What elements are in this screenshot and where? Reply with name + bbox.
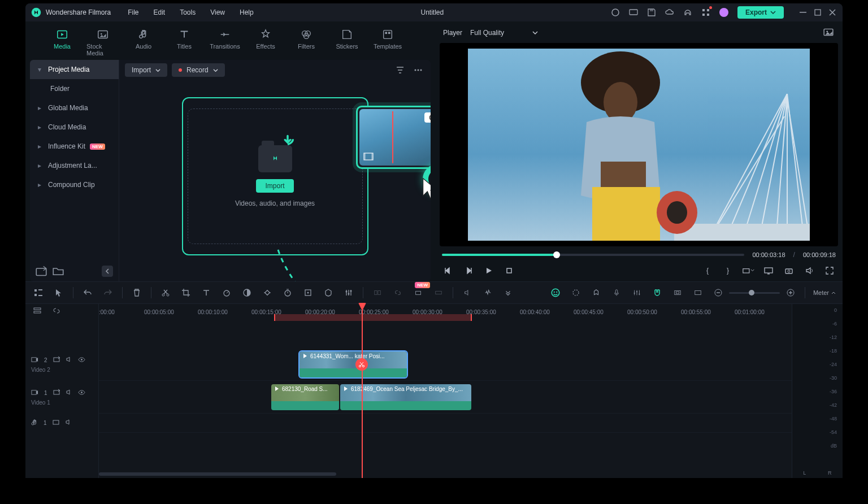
effects-wheel-button[interactable] (570, 286, 582, 299)
screen-icon[interactable] (629, 8, 638, 17)
timeline-scrollbar[interactable] (99, 472, 792, 477)
import-dropdown[interactable]: Import (125, 63, 167, 77)
split-button[interactable] (159, 286, 172, 299)
import-button[interactable]: Import (256, 179, 293, 193)
apps-icon[interactable] (701, 8, 710, 17)
scrub-track[interactable] (442, 254, 744, 256)
tab-stickers[interactable]: Stickers (331, 28, 363, 57)
marker-button[interactable] (590, 286, 602, 299)
maximize-icon[interactable] (813, 8, 822, 17)
save-icon[interactable] (647, 8, 656, 17)
sidebar-item-folder[interactable]: Folder (30, 79, 119, 98)
menu-edit[interactable]: Edit (154, 8, 166, 16)
text-button[interactable] (200, 286, 212, 299)
ai-face-button[interactable] (549, 286, 562, 299)
new-folder-icon[interactable] (53, 266, 64, 277)
tracking-button[interactable] (302, 286, 314, 299)
playhead[interactable] (362, 304, 363, 478)
link-toggle-icon[interactable] (53, 307, 62, 316)
track-insert-icon[interactable] (53, 389, 60, 397)
filter-icon[interactable] (393, 63, 407, 77)
tab-titles[interactable]: Titles (168, 28, 201, 57)
quality-selector[interactable]: Full Quality (470, 29, 538, 37)
render-button[interactable] (432, 286, 445, 299)
sidebar-item-influence-kit[interactable]: ▸Influence KitNEW (30, 137, 119, 156)
voiceover-button[interactable] (610, 286, 623, 299)
in-out-region[interactable] (274, 314, 472, 321)
track-insert-icon[interactable] (53, 356, 60, 364)
clip-video2-a[interactable]: 6144331_Wom... kater Posi... (300, 351, 407, 377)
track-mute-icon[interactable] (66, 389, 72, 397)
image-icon[interactable] (823, 27, 835, 38)
snapshot-button[interactable] (783, 264, 795, 277)
keyframe-button[interactable] (261, 286, 274, 299)
tab-audio[interactable]: Audio (127, 28, 160, 57)
crop-button[interactable] (180, 286, 192, 299)
track-mute-icon[interactable] (66, 356, 72, 364)
audio-detach-button[interactable] (461, 286, 474, 299)
imported-clip-thumbnail[interactable]: 00:00:09 (356, 106, 431, 169)
speed-button[interactable] (220, 286, 233, 299)
cloud-icon[interactable] (665, 8, 674, 17)
track-options-icon[interactable] (33, 307, 42, 316)
play-button[interactable] (483, 264, 495, 277)
record-status-icon[interactable] (611, 8, 620, 17)
track-visible-icon[interactable] (78, 356, 85, 365)
track-visible-icon[interactable] (78, 389, 85, 398)
mixer-button[interactable] (631, 286, 643, 299)
volume-button[interactable] (803, 264, 815, 277)
display-button[interactable] (762, 264, 775, 277)
tab-effects[interactable]: Effects (249, 28, 282, 57)
menu-view[interactable]: View (210, 8, 225, 16)
more-icon[interactable] (411, 63, 425, 77)
export-button[interactable]: Export (737, 6, 784, 19)
sidebar-item-project-media[interactable]: ▾Project Media (30, 60, 119, 79)
preview-viewer[interactable] (440, 43, 838, 246)
mark-out-button[interactable]: } (722, 264, 734, 277)
sidebar-item-cloud-media[interactable]: ▸Cloud Media (30, 118, 119, 137)
track-insert-icon[interactable] (53, 419, 59, 427)
tab-templates[interactable]: Templates (371, 28, 404, 57)
mark-in-button[interactable]: { (701, 264, 714, 277)
tab-transitions[interactable]: Transitions (209, 28, 241, 57)
zoom-slider[interactable] (729, 292, 780, 294)
menu-tools[interactable]: Tools (180, 8, 196, 16)
menu-file[interactable]: File (128, 8, 138, 16)
new-bin-icon[interactable] (36, 266, 47, 277)
sidebar-item-adjustment-layer[interactable]: ▸Adjustment La... (30, 156, 119, 175)
meter-toggle[interactable]: Meter (813, 289, 836, 296)
minimize-icon[interactable] (798, 8, 808, 17)
collapse-sidebar-button[interactable] (102, 266, 113, 277)
magnetic-button[interactable] (651, 286, 663, 299)
adjust-button[interactable] (342, 286, 355, 299)
marker-add-button[interactable]: NEW (412, 286, 424, 299)
more-tools-button[interactable] (502, 286, 514, 299)
redo-button[interactable] (102, 286, 114, 299)
sidebar-item-compound-clip[interactable]: ▸Compound Clip (30, 175, 119, 194)
mask-button[interactable] (322, 286, 335, 299)
clip-video1-a[interactable]: 682130_Road S... (271, 384, 339, 410)
headset-icon[interactable] (683, 8, 692, 17)
delete-button[interactable] (131, 286, 143, 299)
audio-sync-button[interactable] (481, 286, 494, 299)
avatar[interactable] (719, 8, 728, 17)
zoom-out-button[interactable] (712, 286, 724, 299)
tab-stock-media[interactable]: Stock Media (86, 28, 119, 57)
menu-help[interactable]: Help (240, 8, 254, 16)
toggle-track-button[interactable] (32, 286, 45, 299)
step-back-button[interactable] (442, 264, 454, 277)
tab-filters[interactable]: Filters (290, 28, 323, 57)
step-forward-button[interactable] (462, 264, 475, 277)
link-button[interactable] (392, 286, 404, 299)
record-dropdown[interactable]: Record (172, 63, 225, 77)
stop-button[interactable] (503, 264, 515, 277)
track-mute-icon[interactable] (65, 419, 72, 427)
snap-button[interactable] (671, 286, 684, 299)
color-button[interactable] (241, 286, 253, 299)
undo-button[interactable] (81, 286, 94, 299)
zoom-in-button[interactable] (784, 286, 797, 299)
aspect-button[interactable] (742, 264, 754, 277)
media-dropzone[interactable]: Import Videos, audio, and images (188, 108, 363, 244)
fullscreen-button[interactable] (823, 264, 836, 277)
scrub-knob[interactable] (553, 251, 560, 258)
